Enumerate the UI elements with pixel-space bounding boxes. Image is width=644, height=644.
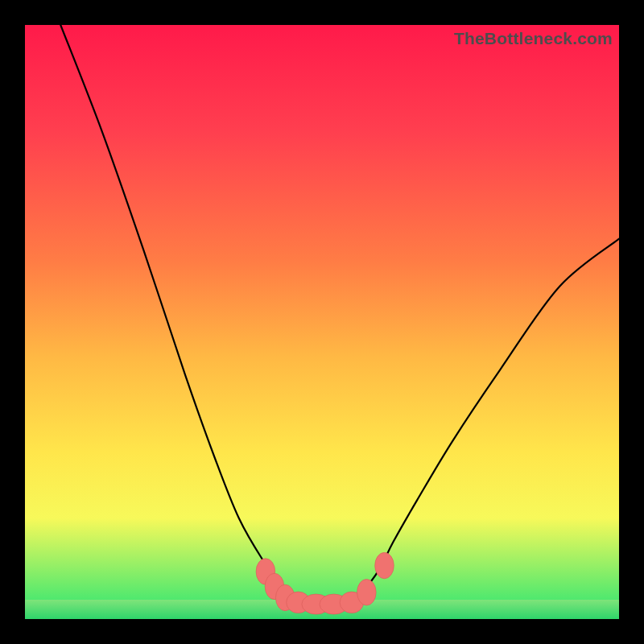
curve-markers [256,552,394,614]
plot-area: TheBottleneck.com [25,25,619,619]
chart-frame: TheBottleneck.com [0,0,644,644]
bottleneck-curve-svg [25,25,619,619]
bottleneck-curve [60,25,619,601]
watermark-text: TheBottleneck.com [454,29,613,48]
curve-marker [375,552,394,578]
curve-marker [357,580,377,605]
